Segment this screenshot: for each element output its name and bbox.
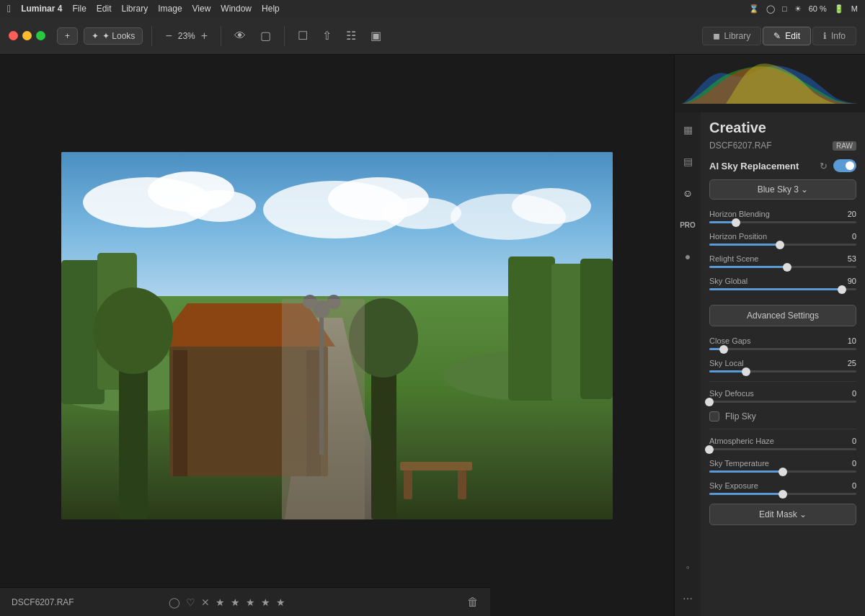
sky-exposure-label: Sky Exposure [709,481,758,490]
sky-temperature-row: Sky Temperature 0 [709,459,856,473]
presets-icon[interactable]: ● [678,246,698,267]
app-name-label: Luminar 4 [21,4,62,14]
zoom-in-button[interactable]: + [197,27,212,45]
menu-window[interactable]: Window [221,4,252,14]
star-5[interactable]: ★ [276,597,285,608]
svg-rect-22 [319,311,324,455]
svg-point-6 [382,197,461,229]
horizon-position-label: Horizon Position [709,232,767,241]
close-button[interactable] [9,31,18,40]
add-button[interactable]: + [57,27,78,45]
histogram-area [675,55,865,112]
star-4[interactable]: ★ [261,597,270,608]
sky-defocus-value: 0 [852,389,856,398]
looks-button[interactable]: ✦ ✦ Looks [84,27,143,45]
star-1[interactable]: ★ [216,597,225,608]
canvas-area: DSCF6207.RAF ◯ ♡ ✕ ★ ★ ★ ★ ★ 🗑 [0,55,674,616]
frame-button[interactable]: ▣ [366,26,386,45]
svg-point-3 [184,190,256,222]
horizon-blending-row: Horizon Blending 20 [709,210,856,223]
toolbar: + ✦ ✦ Looks − 23% + 👁 ▢ ☐ ⇧ ☷ ▣ ◼ Librar… [0,17,865,55]
canvas-bottom-bar: DSCF6207.RAF ◯ ♡ ✕ ★ ★ ★ ★ ★ 🗑 [0,587,490,616]
horizon-blending-value: 20 [848,210,856,218]
svg-point-23 [313,300,330,318]
sky-defocus-track[interactable] [709,401,856,403]
fullscreen-button[interactable] [36,31,45,40]
atmospheric-haze-track[interactable] [709,448,856,450]
info-icon: ℹ [823,31,827,41]
history-icon[interactable]: ◦ [678,557,698,577]
horizon-position-value: 0 [852,232,856,241]
library-icon: ◼ [713,31,720,41]
menu-edit[interactable]: Edit [97,4,112,14]
sky-selector[interactable]: Blue Sky 3 ⌄ [709,179,856,200]
tab-library[interactable]: ◼ Library [702,27,762,45]
reset-icon[interactable]: ↻ [820,161,828,171]
close-gaps-row: Close Gaps 10 [709,336,856,350]
layers-icon[interactable]: ▦ [678,120,698,140]
star-rating[interactable]: ◯ ♡ ✕ ★ ★ ★ ★ ★ [169,597,285,608]
minimize-button[interactable] [22,31,32,40]
apple-icon:  [7,3,11,14]
ai-sky-header: AI Sky Replacement ↻ [709,159,856,172]
sky-exposure-value: 0 [852,481,856,490]
atmospheric-haze-label: Atmospheric Haze [709,437,774,445]
atmospheric-haze-value: 0 [852,437,856,445]
close-gaps-track[interactable] [709,348,856,350]
adjustments-icon[interactable]: ▤ [678,151,698,171]
mac-menubar:  Luminar 4 File Edit Library Image View… [0,0,865,17]
sky-local-row: Sky Local 25 [709,359,856,372]
crop-button[interactable]: ☐ [293,26,312,45]
flip-sky-label: Flip Sky [725,411,756,421]
horizon-position-row: Horizon Position 0 [709,232,856,246]
preview-button[interactable]: 👁 [230,27,250,45]
horizon-position-track[interactable] [709,244,856,246]
tab-edit[interactable]: ✎ Edit [763,27,811,45]
menu-view[interactable]: View [192,4,211,14]
relight-scene-value: 53 [848,254,856,263]
star-2[interactable]: ★ [231,597,240,608]
sky-local-track[interactable] [709,370,856,372]
sky-local-value: 25 [848,359,856,367]
sky-exposure-track[interactable] [709,493,856,495]
more-icon[interactable]: ⋯ [678,589,698,609]
tab-info[interactable]: ℹ Info [812,27,856,45]
menu-library[interactable]: Library [122,4,148,14]
close-gaps-value: 10 [848,336,856,345]
compare-button[interactable]: ▢ [256,26,275,45]
svg-point-8 [512,188,591,224]
traffic-lights [9,31,45,40]
sky-defocus-label: Sky Defocus [709,389,754,398]
zoom-controls: − 23% + [161,27,212,45]
share-button[interactable]: ⇧ [318,26,336,45]
sky-global-track[interactable] [709,288,856,290]
flip-sky-checkbox[interactable] [709,411,719,421]
svg-point-30 [94,287,173,374]
toolbar-sep-3 [284,26,285,46]
divider-2 [709,429,856,429]
sky-temperature-track[interactable] [709,470,856,473]
relight-scene-track[interactable] [709,266,856,268]
advanced-settings-button[interactable]: Advanced Settings [709,305,856,326]
menu-help[interactable]: Help [262,4,280,14]
svg-rect-18 [169,347,328,476]
star-3[interactable]: ★ [246,597,255,608]
sky-temperature-label: Sky Temperature [709,459,769,468]
section-controls: ↻ [820,159,856,172]
panel-with-icons: ▦ ▤ ☺ PRO ● ◦ ⋯ Creative DSCF6207.RAF RA… [675,112,865,616]
pro-icon[interactable]: PRO [678,215,698,235]
creative-icon[interactable]: ☺ [678,183,698,203]
enable-toggle[interactable] [833,159,856,172]
svg-rect-26 [400,462,472,470]
svg-rect-28 [458,470,466,499]
menu-image[interactable]: Image [158,4,182,14]
horizon-blending-track[interactable] [709,221,856,223]
grid-button[interactable]: ☷ [342,26,360,45]
edit-mask-button[interactable]: Edit Mask ⌄ [709,504,856,525]
svg-point-25 [327,295,341,309]
menu-file[interactable]: File [72,4,86,14]
heart-icon: ♡ [186,597,195,608]
delete-icon[interactable]: 🗑 [467,596,479,609]
zoom-out-button[interactable]: − [161,27,176,45]
edit-panel: Creative DSCF6207.RAF RAW AI Sky Replace… [701,112,865,616]
